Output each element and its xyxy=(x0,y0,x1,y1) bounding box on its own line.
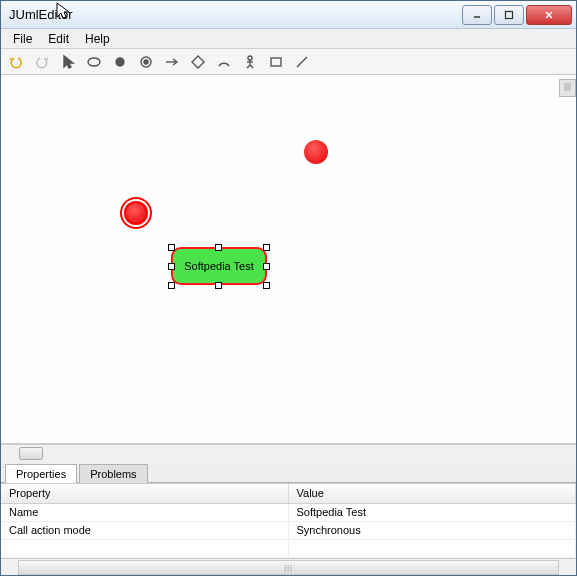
canvas[interactable]: Softpedia Test xyxy=(1,75,576,444)
svg-line-12 xyxy=(247,65,250,68)
prop-key xyxy=(1,540,289,557)
hscroll-thumb[interactable] xyxy=(19,447,43,460)
selection-handle[interactable] xyxy=(168,244,175,251)
arrow-right-icon[interactable] xyxy=(161,51,183,73)
svg-rect-14 xyxy=(271,58,281,66)
selection-handle[interactable] xyxy=(168,263,175,270)
ellipse-icon[interactable] xyxy=(83,51,105,73)
maximize-button[interactable] xyxy=(494,5,524,25)
svg-rect-1 xyxy=(506,11,513,18)
minimize-button[interactable] xyxy=(462,5,492,25)
shape-action[interactable]: Softpedia Test xyxy=(171,247,267,285)
selection-handle[interactable] xyxy=(168,282,175,289)
hscroll-track[interactable]: ||| xyxy=(18,560,559,575)
col-property[interactable]: Property xyxy=(1,484,289,503)
menu-edit[interactable]: Edit xyxy=(40,30,77,48)
hscroll-grip[interactable]: ||| xyxy=(19,561,558,574)
shape-circle-2[interactable] xyxy=(304,140,328,164)
canvas-hscroll[interactable] xyxy=(1,444,576,461)
selection-handle[interactable] xyxy=(263,263,270,270)
window-controls xyxy=(462,5,572,25)
prop-value: Softpedia Test xyxy=(289,504,577,521)
titlebar[interactable]: JUmlEditor xyxy=(1,1,576,29)
rectangle-icon[interactable] xyxy=(265,51,287,73)
menu-file[interactable]: File xyxy=(5,30,40,48)
properties-panel: Property Value Name Softpedia Test Call … xyxy=(1,483,576,558)
svg-point-9 xyxy=(248,56,252,60)
selection-handle[interactable] xyxy=(215,244,222,251)
vertical-scrollbar[interactable] xyxy=(559,79,576,97)
filled-circle-icon[interactable] xyxy=(109,51,131,73)
selection-handle[interactable] xyxy=(263,282,270,289)
prop-key: Call action mode xyxy=(1,522,289,539)
shape-label: Softpedia Test xyxy=(184,260,254,272)
close-button[interactable] xyxy=(526,5,572,25)
svg-line-13 xyxy=(250,65,253,68)
redo-icon[interactable] xyxy=(31,51,53,73)
selection-handle[interactable] xyxy=(215,282,222,289)
col-value[interactable]: Value xyxy=(289,484,577,503)
shape-circle-1[interactable] xyxy=(124,201,148,225)
pointer-icon[interactable] xyxy=(57,51,79,73)
menubar: File Edit Help xyxy=(1,29,576,49)
svg-point-7 xyxy=(144,60,148,64)
window-title: JUmlEditor xyxy=(9,7,462,22)
menu-help[interactable]: Help xyxy=(77,30,118,48)
svg-line-15 xyxy=(297,57,307,67)
prop-value xyxy=(289,540,577,557)
toolbar xyxy=(1,49,576,75)
selection-handle[interactable] xyxy=(263,244,270,251)
bottom-scrollbar[interactable]: ||| xyxy=(1,558,576,575)
stick-figure-icon[interactable] xyxy=(239,51,261,73)
table-row xyxy=(1,540,576,558)
diamond-icon[interactable] xyxy=(187,51,209,73)
table-row[interactable]: Name Softpedia Test xyxy=(1,504,576,522)
bottom-tabs: Properties Problems xyxy=(1,461,576,483)
tab-properties[interactable]: Properties xyxy=(5,464,77,483)
prop-value: Synchronous xyxy=(289,522,577,539)
table-row[interactable]: Call action mode Synchronous xyxy=(1,522,576,540)
properties-header: Property Value xyxy=(1,484,576,504)
svg-point-4 xyxy=(88,58,100,66)
line-icon[interactable] xyxy=(291,51,313,73)
svg-point-5 xyxy=(116,58,124,66)
app-window: JUmlEditor File Edit Help Softpedia Test xyxy=(0,0,577,576)
undo-icon[interactable] xyxy=(5,51,27,73)
circle-target-icon[interactable] xyxy=(135,51,157,73)
arc-icon[interactable] xyxy=(213,51,235,73)
prop-key: Name xyxy=(1,504,289,521)
tab-problems[interactable]: Problems xyxy=(79,464,147,483)
